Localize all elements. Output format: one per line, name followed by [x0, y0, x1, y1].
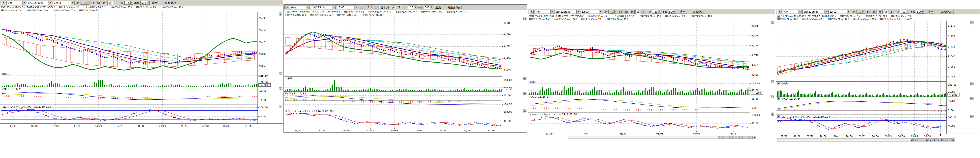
- symbol-select[interactable]: 日経225mini▼: [310, 6, 336, 9]
- bar-count-stepper[interactable]: 500⇅: [916, 10, 925, 14]
- collapse-section-icon[interactable]: ▼: [777, 15, 780, 18]
- period-week-button[interactable]: 週: [624, 10, 629, 14]
- instrument-type-select[interactable]: 先物▼: [534, 10, 554, 14]
- multi-symbol-button[interactable]: 複数銘柄: [447, 6, 461, 9]
- svg-text:20:00: 20:00: [159, 125, 166, 127]
- contract-select[interactable]: 12/03▼: [581, 10, 602, 14]
- period-minute-button[interactable]: 分: [391, 6, 396, 9]
- section-title: スロー・ストキャスティクス( 14, 3, 80, 20 ): [2, 106, 51, 108]
- minute-stepper[interactable]: 60⇅: [900, 10, 909, 14]
- instrument-type-select[interactable]: 先物▼: [290, 6, 310, 9]
- chevron-down-icon: ▼: [798, 10, 802, 14]
- multi-symbol-button[interactable]: 複数銘柄: [939, 10, 954, 14]
- apply-button[interactable]: 適用: [434, 6, 443, 9]
- period-minute-button[interactable]: 分: [108, 1, 113, 5]
- period-week-button[interactable]: 週: [379, 6, 385, 9]
- period-day-button[interactable]: 日: [374, 6, 379, 9]
- svg-text:9,600: 9,600: [751, 73, 759, 76]
- bar-count-stepper[interactable]: 500⇅: [140, 1, 150, 5]
- scroll-page-button[interactable]: [746, 136, 749, 139]
- apply-button[interactable]: 適用: [150, 1, 159, 5]
- contract-select[interactable]: 12/03▼: [829, 10, 850, 14]
- period-day-button[interactable]: 日: [618, 10, 623, 14]
- symbol-select[interactable]: 日経225mini▼: [802, 10, 828, 14]
- quick-select-dropdown[interactable]: ▼: [529, 10, 534, 14]
- quick-select-dropdown[interactable]: ▼: [1, 1, 6, 5]
- scroll-page-button[interactable]: [719, 136, 722, 139]
- svg-text:16:30: 16:30: [872, 135, 878, 137]
- period-month-button[interactable]: 月: [102, 1, 107, 5]
- spinner-icon: ⇅: [130, 2, 133, 5]
- period-tick-button[interactable]: T: [113, 1, 118, 5]
- scroll-page-button[interactable]: [726, 136, 729, 139]
- svg-text:◀: ◀: [524, 18, 526, 20]
- period-day-button[interactable]: 日: [90, 1, 95, 5]
- scroll-page-button[interactable]: [749, 136, 752, 139]
- svg-text:03/03: 03/03: [656, 133, 663, 135]
- period-week-button[interactable]: 週: [872, 10, 877, 14]
- multi-symbol-button[interactable]: 複数銘柄: [163, 1, 178, 5]
- minute-stepper[interactable]: 15⇅: [408, 6, 417, 9]
- chart-legend: 日経225mini 12/03( 5分, 2012/03/02 - 2012/0…: [0, 6, 283, 13]
- period-month-button[interactable]: 月: [630, 10, 635, 14]
- period-week-button[interactable]: 週: [96, 1, 101, 5]
- apply-button[interactable]: 適用: [926, 10, 935, 14]
- svg-text:9,715: 9,715: [948, 45, 955, 48]
- contract-value: 12/03: [582, 10, 589, 13]
- bar-count-stepper[interactable]: 500⇅: [668, 10, 678, 14]
- symbol-select[interactable]: 日経225mini▼: [555, 10, 580, 14]
- bar-count-stepper[interactable]: 500⇅: [424, 6, 433, 9]
- period-tick-button[interactable]: T: [889, 10, 894, 14]
- scroll-page-button[interactable]: [736, 136, 739, 139]
- scroll-page-button[interactable]: [729, 136, 733, 139]
- svg-text:03/06: 03/06: [693, 133, 700, 135]
- chevron-down-icon: ▼: [550, 10, 554, 14]
- symbol-select[interactable]: 日経225mini▼: [27, 1, 52, 5]
- period-day-button[interactable]: 日: [866, 10, 871, 14]
- chart-plot: 02/2816:3002/2916:30Mar16:3003/0216:3003…: [776, 21, 980, 142]
- contract-select[interactable]: 12/03▼: [53, 1, 75, 5]
- chevron-down-icon: ▼: [49, 2, 52, 5]
- svg-text:40.00: 40.00: [504, 120, 511, 122]
- period-minute-button[interactable]: 分: [635, 10, 640, 14]
- apply-button[interactable]: 適用: [678, 10, 687, 14]
- svg-text:|▶: |▶: [952, 139, 955, 141]
- section-title: MACD( 12, 26, 9 ): [285, 92, 306, 95]
- period-month-button[interactable]: 月: [385, 6, 390, 9]
- instrument-type-select[interactable]: 先物▼: [6, 1, 26, 5]
- quick-select-dropdown[interactable]: ▼: [285, 6, 289, 9]
- spinner-icon: ⇅: [370, 6, 373, 9]
- period-tick-button[interactable]: T: [397, 6, 402, 9]
- h-scrollbar[interactable]: [777, 139, 909, 141]
- legend-line-2: 移動平均( Close, 10 ) 移動平均( Close, 150 ) 移動平…: [285, 13, 527, 16]
- scroll-page-button[interactable]: [723, 136, 726, 139]
- contract-select[interactable]: 12/03▼: [336, 6, 358, 9]
- scroll-page-button[interactable]: [733, 136, 736, 139]
- multi-symbol-button[interactable]: 複数銘柄: [691, 10, 706, 14]
- svg-text:13.00: 13.00: [504, 94, 511, 97]
- period-month-button[interactable]: 月: [877, 10, 883, 14]
- svg-text:55.00: 55.00: [948, 100, 955, 102]
- chevron-down-icon: ▼: [332, 6, 335, 9]
- minute-stepper[interactable]: 5⇅: [124, 1, 133, 5]
- toolbar: ▼ 先物▼ 日経225mini▼ 12/03▼ 足 1⇅ 日 週 月 分 T 分…: [776, 9, 980, 14]
- svg-text:03/06: 03/06: [464, 130, 471, 132]
- minute-stepper[interactable]: 30⇅: [652, 10, 661, 14]
- instrument-type-select[interactable]: 先物▼: [782, 10, 802, 14]
- volume-multiplier: × 1000: [949, 94, 957, 96]
- period-tick-button[interactable]: T: [641, 10, 646, 14]
- svg-text:9,820: 9,820: [751, 34, 759, 37]
- quick-select-dropdown[interactable]: ▼: [776, 10, 781, 14]
- h-scrollbar[interactable]: [568, 136, 719, 139]
- scroll-page-button[interactable]: [740, 136, 743, 139]
- svg-text:✕: ✕: [949, 139, 950, 141]
- svg-text:9,640: 9,640: [948, 55, 955, 58]
- period-minute-button[interactable]: 分: [883, 10, 888, 14]
- scroll-page-button[interactable]: [743, 136, 746, 139]
- bar-size-stepper: 1⇅: [81, 1, 89, 5]
- chart-area: 03/0212:0020:0003/0303/0512:0020:0003/06…: [284, 17, 527, 133]
- svg-text:105.00: 105.00: [751, 82, 760, 85]
- svg-text:9,690: 9,690: [259, 52, 266, 55]
- svg-text:0: 0: [940, 135, 941, 137]
- section-title: スロー・ストキャスティクス( 14, 3, 80, 20 ): [530, 113, 579, 115]
